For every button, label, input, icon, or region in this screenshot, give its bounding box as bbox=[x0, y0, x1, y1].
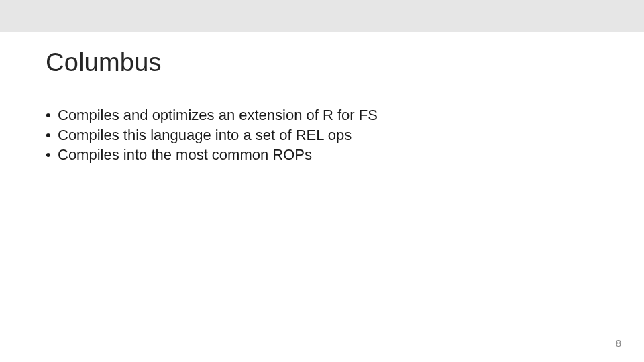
bullet-item: Compiles into the most common ROPs bbox=[46, 145, 598, 165]
bullet-item: Compiles and optimizes an extension of R… bbox=[46, 105, 598, 125]
slide-title: Columbus bbox=[46, 48, 598, 77]
bullet-list: Compiles and optimizes an extension of R… bbox=[46, 105, 598, 165]
bullet-item: Compiles this language into a set of REL… bbox=[46, 125, 598, 145]
header-band bbox=[0, 0, 644, 32]
page-number: 8 bbox=[616, 337, 621, 349]
slide-content: Columbus Compiles and optimizes an exten… bbox=[0, 32, 644, 165]
